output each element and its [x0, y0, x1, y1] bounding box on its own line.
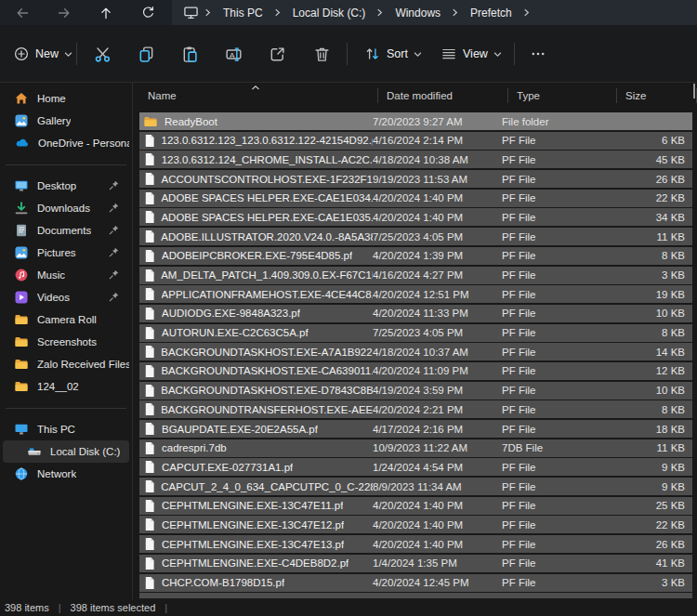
column-header-name[interactable]: Name	[139, 83, 377, 108]
view-button[interactable]: View	[435, 25, 507, 83]
documents-icon	[14, 223, 29, 238]
table-row[interactable]: CAPCUT_2_4_0_634_CAPCUTPC_0_C-228...8/9/…	[139, 478, 692, 495]
vertical-scrollbar[interactable]	[693, 84, 695, 98]
file-name: BGAUPDATE.EXE-20E2A55A.pf	[162, 424, 318, 435]
table-row[interactable]: CEPHTMLENGINE.EXE-13C47E11.pf4/20/2024 1…	[139, 497, 692, 515]
table-row[interactable]: ADOBEIPCBROKER.EXE-795E4D85.pf4/20/2024 …	[139, 247, 692, 265]
sidebar-item-camera-roll[interactable]: Camera Roll	[3, 308, 129, 331]
chevron-right-icon[interactable]	[519, 8, 534, 17]
table-row[interactable]: CAPCUT.EXE-027731A1.pf1/24/2024 4:54 PMP…	[139, 458, 692, 476]
sidebar-item-this-pc[interactable]: This PC	[3, 418, 129, 440]
breadcrumb-item[interactable]: This PC	[216, 7, 270, 20]
back-button[interactable]	[6, 0, 39, 25]
date-modified-cell: 7/20/2023 9:27 AM	[373, 116, 502, 127]
cut-icon	[94, 46, 112, 63]
file-icon	[143, 364, 154, 378]
file-size-cell: 9 KB	[610, 462, 692, 473]
table-row[interactable]: AUDIODG.EXE-9848A323.pf4/20/2024 11:33 P…	[139, 305, 692, 322]
column-header-size[interactable]: Size	[617, 83, 696, 108]
table-row[interactable]: ADOBE.ILLUSTRATOR.2020.V24.0.-8A5A38...7…	[139, 228, 692, 245]
breadcrumb-item[interactable]: Windows	[388, 7, 448, 20]
table-row[interactable]: ADOBE SPACES HELPER.EXE-CAE1E035.pf4/20/…	[139, 208, 692, 226]
table-row-partial[interactable]	[139, 593, 692, 598]
sort-button[interactable]: Sort	[359, 25, 427, 83]
more-options-button[interactable]	[524, 25, 552, 83]
file-type-cell: PF File	[502, 539, 610, 550]
cut-button[interactable]	[88, 25, 117, 83]
sidebar-item-124-02[interactable]: 124__02	[3, 375, 129, 398]
sidebar-item-downloads[interactable]: Downloads	[3, 197, 129, 219]
table-row[interactable]: BACKGROUNDTASKHOST.EXE-CA639011.pf4/20/2…	[139, 362, 692, 380]
copy-button[interactable]	[132, 25, 161, 83]
file-name-cell: ADOBE SPACES HELPER.EXE-CAE1E034.pf	[139, 191, 373, 205]
file-size-cell: 19 KB	[610, 289, 692, 300]
sidebar-item-gallery[interactable]: Gallery	[3, 110, 129, 132]
chevron-right-icon[interactable]	[201, 8, 216, 17]
column-header-date-modified[interactable]: Date modified	[378, 83, 507, 108]
pin-icon	[108, 179, 120, 191]
chevron-right-icon[interactable]	[448, 8, 463, 17]
chevron-down-icon	[493, 50, 502, 59]
table-row[interactable]: CEPHTMLENGINE.EXE-13C47E12.pf4/20/2024 1…	[139, 516, 692, 533]
share-button[interactable]	[263, 25, 292, 83]
paste-button[interactable]	[176, 25, 204, 83]
table-row[interactable]: ReadyBoot7/20/2023 9:27 AMFile folder	[139, 112, 692, 130]
file-name: ADOBE.ILLUSTRATOR.2020.V24.0.-8A5A38...	[161, 231, 373, 242]
table-row[interactable]: CHCP.COM-B1798D15.pf4/20/2024 12:45 PMPF…	[139, 574, 692, 592]
up-button[interactable]	[89, 0, 123, 25]
date-modified-cell: 7/25/2023 4:05 PM	[373, 231, 502, 242]
table-row[interactable]: cadrespri.7db10/9/2023 11:22 AM7DB File1…	[139, 439, 692, 457]
table-row[interactable]: CEPHTMLENGINE.EXE-13C47E13.pf4/20/2024 1…	[139, 535, 692, 553]
table-row[interactable]: APPLICATIONFRAMEHOST.EXE-4CE44C8...4/20/…	[139, 285, 692, 303]
file-name: CEPHTMLENGINE.EXE-13C47E12.pf	[162, 519, 344, 531]
table-row[interactable]: 123.0.6312.123_123.0.6312.122-42154D92.p…	[139, 132, 692, 150]
sidebar-item-label: Music	[37, 269, 65, 281]
sidebar-item-zalo-received-files[interactable]: Zalo Received Files	[3, 353, 129, 375]
file-type-cell: PF File	[502, 481, 610, 492]
breadcrumb-item[interactable]: Local Disk (C:)	[285, 7, 374, 20]
table-row[interactable]: BACKGROUNDTRANSFERHOST.EXE-AEEF...4/20/2…	[139, 400, 692, 418]
file-name: ADOBE SPACES HELPER.EXE-CAE1E034.pf	[161, 192, 373, 203]
sidebar-item-documents[interactable]: Documents	[3, 219, 129, 242]
paste-icon	[181, 46, 199, 63]
table-row[interactable]: AM_DELTA_PATCH_1.409.309.0.EX-F67C15...4…	[139, 267, 692, 284]
sidebar-item-label: Documents	[37, 225, 91, 236]
table-row[interactable]: BACKGROUNDTASKHOST.EXE-A7A1B922....4/18/…	[139, 343, 692, 360]
file-name-cell: CAPCUT_2_4_0_634_CAPCUTPC_0_C-228...	[139, 479, 373, 493]
rename-button[interactable]: A	[219, 25, 248, 83]
file-name-cell: CEPHTMLENGINE.EXE-13C47E13.pf	[139, 537, 373, 551]
date-modified-cell: 1/4/2024 1:35 PM	[373, 557, 502, 569]
new-button[interactable]: New	[7, 25, 78, 83]
date-modified-cell: 4/17/2024 2:16 PM	[373, 424, 502, 435]
table-row[interactable]: CEPHTMLENGINE.EXE-C4DEB8D2.pf1/4/2024 1:…	[139, 555, 692, 572]
chevron-right-icon[interactable]	[373, 8, 388, 17]
chevron-right-icon[interactable]	[270, 8, 285, 17]
table-row[interactable]: ACCOUNTSCONTROLHOST.EXE-1F232F1...9/19/2…	[139, 170, 692, 188]
delete-button[interactable]	[308, 25, 336, 83]
file-size-cell: 18 KB	[610, 424, 692, 435]
file-icon	[143, 384, 154, 398]
forward-button[interactable]	[47, 0, 81, 25]
file-name: CAPCUT.EXE-027731A1.pf	[162, 462, 293, 473]
music-icon	[14, 268, 29, 282]
table-row[interactable]: BACKGROUNDTASKHOST.EXE-D7843C8B....4/19/…	[139, 382, 692, 400]
sidebar-item-pictures[interactable]: Pictures	[3, 242, 129, 264]
sidebar-item-screenshots[interactable]: Screenshots	[3, 331, 129, 353]
sidebar-item-music[interactable]: Music	[3, 264, 129, 286]
table-row[interactable]: 123.0.6312.124_CHROME_INSTALL-AC2C...4/1…	[139, 151, 692, 168]
file-name: 123.0.6312.124_CHROME_INSTALL-AC2C...	[162, 154, 373, 165]
table-row[interactable]: AUTORUN.EXE-C2C63C5A.pf7/25/2023 4:05 PM…	[139, 324, 692, 342]
pin-icon	[108, 269, 120, 281]
sidebar-item-onedrive-persona[interactable]: OneDrive - Persona	[3, 132, 129, 154]
sidebar-item-videos[interactable]: Videos	[3, 286, 129, 308]
sidebar-item-desktop[interactable]: Desktop	[3, 175, 129, 197]
column-header-type[interactable]: Type	[508, 83, 616, 108]
sidebar-item-network[interactable]: Network	[3, 463, 129, 485]
table-row[interactable]: ADOBE SPACES HELPER.EXE-CAE1E034.pf4/20/…	[139, 190, 692, 207]
sidebar-item-local-disk-c[interactable]: Local Disk (C:)	[3, 440, 129, 463]
breadcrumb-item[interactable]: Prefetch	[463, 7, 519, 20]
refresh-button[interactable]	[131, 0, 164, 25]
table-row[interactable]: BGAUPDATE.EXE-20E2A55A.pf4/17/2024 2:16 …	[139, 420, 692, 438]
address-bar[interactable]: This PCLocal Disk (C:)WindowsPrefetch	[172, 0, 697, 25]
sidebar-item-home[interactable]: Home	[3, 87, 129, 110]
